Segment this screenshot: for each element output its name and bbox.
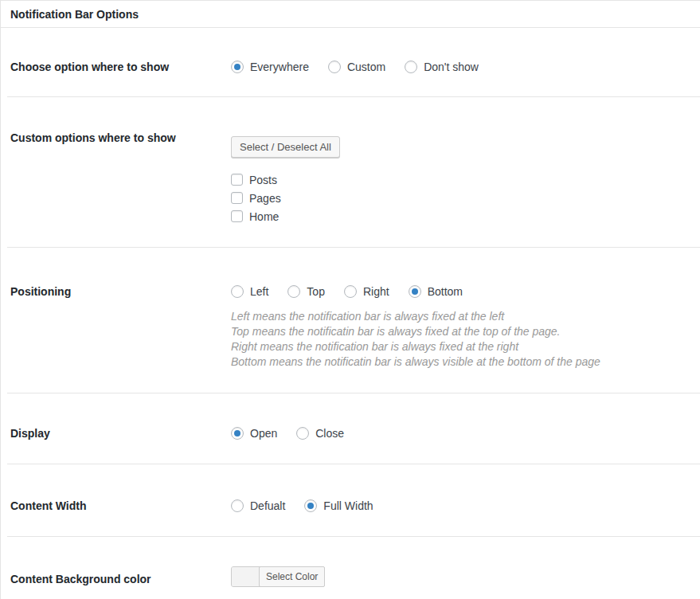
- radio-option-right[interactable]: Right: [344, 285, 389, 298]
- select-deselect-all-button[interactable]: Select / Deselect All: [231, 136, 340, 158]
- checkbox-option-home[interactable]: Home: [231, 207, 692, 225]
- positioning-radio-group: Left Top Right Bottom: [231, 285, 692, 298]
- radio-icon: [405, 61, 417, 73]
- radio-option-default[interactable]: Defualt: [231, 499, 285, 512]
- panel-title: Notification Bar Options: [1, 1, 700, 28]
- row-content-width: Content Width Defualt Full Width: [1, 464, 700, 536]
- radio-option-everywhere[interactable]: Everywhere: [231, 61, 309, 73]
- radio-option-dont-show[interactable]: Don't show: [405, 61, 479, 73]
- radio-icon: [231, 499, 244, 512]
- radio-icon: [304, 499, 317, 512]
- radio-label: Everywhere: [250, 61, 309, 73]
- description-line: Right means the notification bar is alwa…: [231, 339, 692, 354]
- radio-icon: [231, 427, 244, 440]
- display-radio-group: Open Close: [231, 427, 692, 440]
- radio-icon: [344, 285, 357, 298]
- radio-label: Don't show: [424, 61, 479, 73]
- checkbox-option-posts[interactable]: Posts: [231, 170, 692, 189]
- row-content-background: Content Background color Select Color: [1, 537, 700, 599]
- radio-icon: [231, 285, 244, 298]
- notification-bar-options-panel: Notification Bar Options Choose option w…: [0, 0, 700, 599]
- description-line: Bottom means the notificatin bar is alwa…: [231, 354, 692, 370]
- radio-label: Left: [250, 285, 268, 298]
- radio-option-bottom[interactable]: Bottom: [409, 285, 463, 298]
- radio-label: Open: [250, 427, 277, 440]
- radio-option-close[interactable]: Close: [296, 427, 344, 440]
- row-positioning: Positioning Left Top Right Bottom: [1, 248, 700, 393]
- checkbox-option-pages[interactable]: Pages: [231, 189, 692, 207]
- checkbox-icon: [231, 192, 243, 204]
- checkbox-icon: [231, 210, 243, 222]
- radio-option-top[interactable]: Top: [287, 285, 325, 298]
- custom-options-label: Custom options where to show: [1, 131, 231, 144]
- radio-label: Custom: [347, 61, 385, 73]
- color-swatch: [232, 567, 259, 586]
- checkbox-label: Posts: [249, 174, 277, 186]
- display-label: Display: [1, 427, 231, 440]
- positioning-descriptions: Left means the notification bar is alway…: [231, 309, 692, 370]
- description-line: Top means the notificatin bar is always …: [231, 324, 692, 339]
- radio-icon: [409, 285, 421, 298]
- checkbox-icon: [231, 174, 243, 186]
- content-width-label: Content Width: [1, 499, 231, 512]
- row-display: Display Open Close: [1, 393, 700, 464]
- radio-icon: [231, 61, 244, 73]
- radio-option-custom[interactable]: Custom: [328, 61, 385, 73]
- checkbox-label: Pages: [249, 192, 281, 205]
- radio-label: Full Width: [323, 499, 373, 512]
- description-line: Left means the notification bar is alway…: [231, 309, 692, 324]
- radio-label: Right: [363, 285, 389, 298]
- radio-icon: [296, 427, 309, 440]
- content-width-radio-group: Defualt Full Width: [231, 499, 692, 512]
- radio-option-left[interactable]: Left: [231, 285, 268, 298]
- radio-label: Defualt: [250, 499, 285, 512]
- row-where-to-show: Choose option where to show Everywhere C…: [1, 28, 700, 96]
- checkbox-label: Home: [249, 210, 279, 223]
- radio-option-full-width[interactable]: Full Width: [304, 499, 373, 512]
- color-picker-button[interactable]: Select Color: [231, 566, 325, 587]
- positioning-label: Positioning: [1, 285, 231, 298]
- radio-label: Close: [315, 427, 344, 440]
- where-to-show-label: Choose option where to show: [1, 61, 231, 73]
- radio-label: Top: [307, 285, 325, 298]
- radio-label: Bottom: [428, 285, 463, 298]
- row-custom-options: Custom options where to show Select / De…: [1, 97, 700, 247]
- radio-option-open[interactable]: Open: [231, 427, 277, 440]
- radio-icon: [328, 61, 341, 73]
- custom-options-checkbox-list: Posts Pages Home: [231, 170, 692, 225]
- where-to-show-radio-group: Everywhere Custom Don't show: [231, 61, 692, 73]
- radio-icon: [287, 285, 300, 298]
- content-background-label: Content Background color: [1, 573, 231, 585]
- color-picker-button-label: Select Color: [259, 566, 325, 587]
